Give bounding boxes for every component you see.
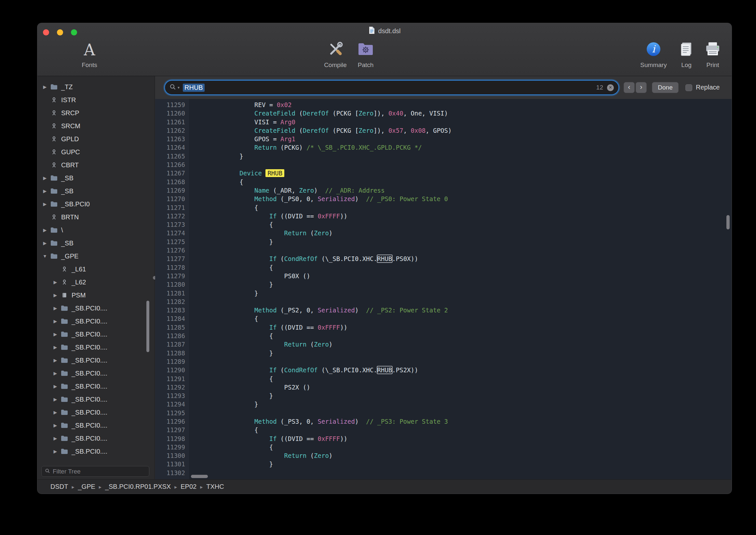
sidebar-item-sb[interactable]: ▶_SB xyxy=(38,237,154,250)
disclosure-triangle-icon[interactable]: ▶ xyxy=(51,332,60,337)
code-line: 11300 Return (Zero) xyxy=(155,451,732,460)
code-text: { xyxy=(185,178,243,186)
breadcrumb-item[interactable]: TXHC xyxy=(206,483,224,491)
breadcrumb-item[interactable]: EP02 xyxy=(180,483,197,491)
sidebar-item-sb-pci0[interactable]: ▶_SB.PCI0.... xyxy=(38,367,154,380)
breadcrumb-separator-icon: ▸ xyxy=(99,483,101,490)
disclosure-triangle-icon[interactable]: ▶ xyxy=(51,436,60,441)
folder-icon xyxy=(60,396,69,402)
sidebar-item-sb-pci0[interactable]: ▶_SB.PCI0.... xyxy=(38,380,154,393)
line-number: 11285 xyxy=(155,323,185,332)
sidebar-item-l62[interactable]: ▶_L62 xyxy=(38,276,154,289)
disclosure-triangle-icon[interactable]: ▶ xyxy=(51,345,60,350)
disclosure-triangle-icon[interactable]: ▶ xyxy=(51,423,60,428)
code-text xyxy=(185,297,195,306)
disclosure-triangle-icon[interactable]: ▼ xyxy=(40,254,49,259)
sidebar-item-tz[interactable]: ▶_TZ xyxy=(38,80,154,94)
disclosure-triangle-icon[interactable]: ▶ xyxy=(51,449,60,454)
disclosure-triangle-icon[interactable]: ▶ xyxy=(51,384,60,389)
folder-icon xyxy=(49,175,59,181)
code-line: 11259 REV = 0x02 xyxy=(155,100,732,109)
search-input[interactable]: ▾ RHUB 12 × xyxy=(164,80,619,95)
sidebar-item-sb-pci0[interactable]: ▶_SB.PCI0 xyxy=(38,198,154,211)
sidebar-item-sb-pci0[interactable]: ▶_SB.PCI0.... xyxy=(38,302,154,315)
sidebar-item-sb[interactable]: ▶_SB xyxy=(38,184,154,198)
disclosure-triangle-icon[interactable]: ▶ xyxy=(40,175,49,181)
sidebar-item-label: _SB xyxy=(61,239,73,247)
filter-placeholder: Filter Tree xyxy=(53,468,81,475)
sidebar-item-sb-pci0[interactable]: ▶_SB.PCI0.... xyxy=(38,445,154,458)
disclosure-triangle-icon[interactable]: ▶ xyxy=(51,397,60,402)
sidebar-item-sb-pci0[interactable]: ▶_SB.PCI0.... xyxy=(38,406,154,419)
line-number: 11265 xyxy=(155,152,185,160)
disclosure-triangle-icon[interactable]: ▶ xyxy=(51,293,60,298)
disclosure-triangle-icon[interactable]: ▶ xyxy=(51,319,60,324)
patch-toolbar-button[interactable]: Patch xyxy=(346,40,385,69)
sidebar-item-psm[interactable]: ▶PSM xyxy=(38,289,154,302)
method-icon xyxy=(60,279,69,285)
sidebar-item-istr[interactable]: ISTR xyxy=(38,94,154,106)
disclosure-triangle-icon[interactable]: ▶ xyxy=(51,358,60,363)
replace-checkbox[interactable] xyxy=(686,84,692,91)
sidebar-item-gupc[interactable]: GUPC xyxy=(38,146,154,158)
print-toolbar-button[interactable]: Print xyxy=(693,40,732,69)
code-line: 11273 { xyxy=(155,220,732,229)
sidebar-item-srcp[interactable]: SRCP xyxy=(38,106,154,120)
sidebar-item-srcm[interactable]: SRCM xyxy=(38,120,154,132)
disclosure-triangle-icon[interactable]: ▶ xyxy=(51,410,60,415)
disclosure-triangle-icon[interactable]: ▶ xyxy=(51,306,60,311)
breadcrumb-item[interactable]: _GPE xyxy=(78,483,95,491)
line-number: 11296 xyxy=(155,417,185,426)
sidebar-item-label: GPLD xyxy=(61,135,79,143)
sidebar-item-sb-pci0[interactable]: ▶_SB.PCI0.... xyxy=(38,354,154,367)
sidebar-item-sb-pci0[interactable]: ▶_SB.PCI0.... xyxy=(38,328,154,341)
log-label: Log xyxy=(681,62,691,69)
disclosure-triangle-icon[interactable]: ▶ xyxy=(51,280,60,285)
ssdt-tree[interactable]: ▶_TZISTRSRCPSRCMGPLDGUPCCBRT▶_SB▶_SB▶_SB… xyxy=(38,76,154,464)
breadcrumb-item[interactable]: DSDT xyxy=(50,483,68,491)
sidebar-item-sb-pci0[interactable]: ▶_SB.PCI0.... xyxy=(38,341,154,354)
code-editor[interactable]: 11259 REV = 0x0211260 CreateField (Deref… xyxy=(155,99,732,480)
sidebar-item-sb-pci0[interactable]: ▶_SB.PCI0.... xyxy=(38,315,154,328)
sidebar-item-sb-pci0[interactable]: ▶_SB.PCI0.... xyxy=(38,432,154,445)
sidebar-item-[interactable]: ▶\ xyxy=(38,224,154,237)
fonts-toolbar-button[interactable]: A Fonts xyxy=(70,40,109,69)
sidebar-item-label: BRTN xyxy=(61,213,79,221)
disclosure-triangle-icon[interactable]: ▶ xyxy=(40,188,49,194)
code-text xyxy=(185,357,195,366)
breadcrumb-item[interactable]: _SB.PCI0.RP01.PXSX xyxy=(105,483,171,491)
disclosure-triangle-icon[interactable]: ▶ xyxy=(40,84,49,90)
find-next-button[interactable]: › xyxy=(635,82,647,93)
code-line: 11289 xyxy=(155,357,732,366)
sidebar-item-sb[interactable]: ▶_SB xyxy=(38,172,154,184)
find-previous-button[interactable]: ‹ xyxy=(624,82,634,93)
sidebar-scrollbar-thumb[interactable] xyxy=(147,301,149,352)
chevron-down-icon[interactable]: ▾ xyxy=(177,85,179,90)
sidebar-item-brtn[interactable]: BRTN xyxy=(38,211,154,224)
compile-tools-icon xyxy=(327,41,344,59)
sidebar-item-l61[interactable]: _L61 xyxy=(38,263,154,276)
disclosure-triangle-icon[interactable]: ▶ xyxy=(40,227,49,233)
code-text xyxy=(185,409,195,417)
editor-vertical-scrollbar-thumb[interactable] xyxy=(726,215,730,229)
disclosure-triangle-icon[interactable]: ▶ xyxy=(40,201,49,207)
sidebar-item-cbrt[interactable]: CBRT xyxy=(38,158,154,172)
search-icon xyxy=(45,468,50,475)
done-button[interactable]: Done xyxy=(652,82,679,93)
disclosure-triangle-icon[interactable]: ▶ xyxy=(51,371,60,376)
find-match-box: RHUB xyxy=(377,366,392,374)
editor-horizontal-scrollbar-thumb[interactable] xyxy=(191,475,208,478)
clear-search-button[interactable]: × xyxy=(607,84,614,91)
folder-icon xyxy=(49,84,59,90)
disclosure-triangle-icon[interactable]: ▶ xyxy=(40,240,49,246)
folder-icon xyxy=(60,357,69,363)
breadcrumb-separator-icon: ▸ xyxy=(71,483,74,490)
sidebar-item-sb-pci0[interactable]: ▶_SB.PCI0.... xyxy=(38,419,154,432)
sidebar-item-gpe[interactable]: ▼_GPE xyxy=(38,250,154,263)
sidebar-item-sb-pci0[interactable]: ▶_SB.PCI0.... xyxy=(38,393,154,406)
sidebar-item-gpld[interactable]: GPLD xyxy=(38,132,154,146)
code-text: { xyxy=(185,443,273,451)
code-text: { xyxy=(185,263,273,272)
line-number: 11281 xyxy=(155,289,185,297)
filter-tree-input[interactable]: Filter Tree xyxy=(41,466,149,477)
